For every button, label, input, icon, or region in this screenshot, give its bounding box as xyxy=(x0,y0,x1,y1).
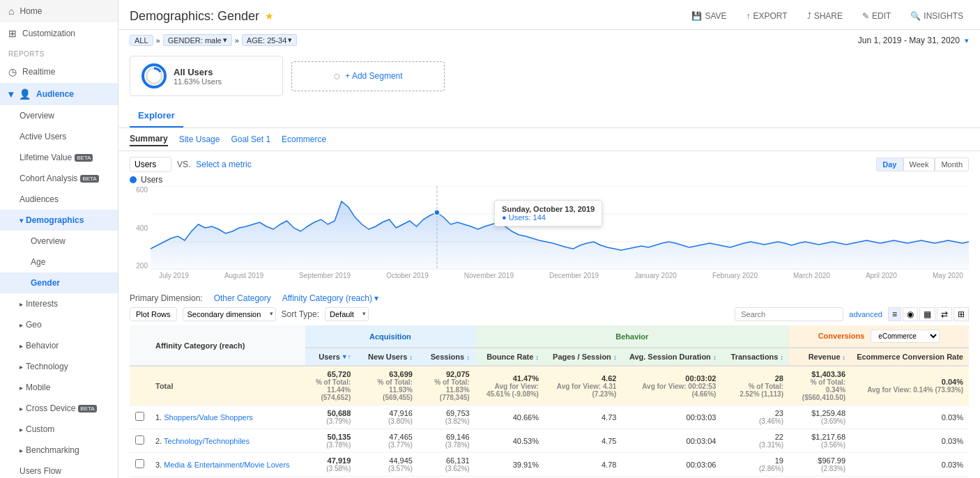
checkbox-header xyxy=(130,325,150,366)
affinity-link[interactable]: Shoppers/Value Shoppers xyxy=(164,413,253,422)
sidebar-item-technology[interactable]: ▸ Technology xyxy=(0,356,118,377)
week-button[interactable]: Week xyxy=(903,157,935,171)
other-category-link[interactable]: Other Category xyxy=(214,293,271,303)
beta-badge-cohort: BETA xyxy=(80,175,98,183)
insights-button[interactable]: 🔍 INSIGHTS xyxy=(905,8,969,24)
sidebar-item-overview[interactable]: Overview xyxy=(0,105,118,126)
date-range-display[interactable]: Jun 1, 2019 - May 31, 2020 ▾ xyxy=(858,36,969,45)
avg-session-col-header[interactable]: Avg. Session Duration ↕ xyxy=(622,348,721,366)
plot-rows-btn[interactable]: Plot Rows xyxy=(130,307,177,321)
users-col-header[interactable]: Users ▼↑ xyxy=(305,348,356,366)
table-view-btn[interactable]: ≡ xyxy=(888,307,901,321)
main-content: Demographics: Gender ★ 💾 SAVE ↑ EXPORT ⤴… xyxy=(118,0,980,478)
section-header-row: Affinity Category (reach) Acquisition Be… xyxy=(130,325,969,348)
y-axis: 600 400 200 xyxy=(130,186,151,270)
row-checkbox[interactable] xyxy=(135,412,144,421)
line-chart-svg xyxy=(151,186,969,270)
chart-legend: Users xyxy=(130,175,969,185)
affinity-category-link[interactable]: Affinity Category (reach) ▾ xyxy=(282,293,379,303)
sidebar-item-behavior[interactable]: ▸ Behavior xyxy=(0,335,118,356)
ecommerce-select[interactable]: eCommerce xyxy=(871,330,940,343)
sidebar-item-cohort-analysis[interactable]: Cohort Analysis BETA xyxy=(0,168,118,189)
segment-box: All Users 11.63% Users xyxy=(130,56,283,96)
date-range-chevron: ▾ xyxy=(965,36,969,45)
primary-dim-row: Primary Dimension: Other Category Affini… xyxy=(130,289,969,307)
sidebar-item-cross-device[interactable]: ▸ Cross Device BETA xyxy=(0,398,118,419)
table-row: 3. Media & Entertainment/Movie Lovers 47… xyxy=(130,453,969,477)
sidebar-item-dem-overview[interactable]: Overview xyxy=(0,231,118,252)
sub-tab-summary[interactable]: Summary xyxy=(130,132,168,146)
breadcrumb-gender[interactable]: GENDER: male ▾ xyxy=(163,34,232,46)
sidebar-item-geo[interactable]: ▸ Geo xyxy=(0,314,118,335)
ecomm-conv-col-header[interactable]: Ecommerce Conversion Rate xyxy=(851,348,969,366)
sidebar-item-dem-gender[interactable]: Gender xyxy=(0,272,118,293)
table-section: Primary Dimension: Other Category Affini… xyxy=(118,289,980,478)
revenue-col-header[interactable]: Revenue ↕ xyxy=(789,348,851,366)
sidebar-item-mobile[interactable]: ▸ Mobile xyxy=(0,377,118,398)
chart-controls: Users VS. Select a metric Day Week Month xyxy=(130,157,969,172)
sidebar-item-benchmarking[interactable]: ▸ Benchmarking xyxy=(0,440,118,461)
sidebar-item-active-users[interactable]: Active Users xyxy=(0,126,118,147)
pie-view-btn[interactable]: ◉ xyxy=(903,307,918,321)
edit-button[interactable]: ✎ EDIT xyxy=(857,8,896,24)
sidebar-item-realtime[interactable]: ◷ Realtime xyxy=(0,61,118,83)
pages-session-col-header[interactable]: Pages / Session ↕ xyxy=(544,348,622,366)
affinity-link[interactable]: Media & Entertainment/Movie Lovers xyxy=(164,461,289,469)
sidebar-item-home[interactable]: ⌂ Home xyxy=(0,0,118,22)
behavior-expand: ▸ xyxy=(20,342,23,350)
data-table: Affinity Category (reach) Acquisition Be… xyxy=(130,325,969,478)
customization-icon: ⊞ xyxy=(8,28,17,39)
metric-select[interactable]: Users xyxy=(130,157,171,172)
row-checkbox[interactable] xyxy=(135,435,144,445)
mobile-expand: ▸ xyxy=(20,384,23,392)
add-segment-btn[interactable]: ○ + Add Segment xyxy=(291,61,445,91)
sort-type-select[interactable]: Default xyxy=(325,307,369,321)
transactions-col-header[interactable]: Transactions ↕ xyxy=(721,348,789,366)
table-row: 2. Technology/Technophiles 50,135 (3.78%… xyxy=(130,429,969,453)
audience-icon: ▾ xyxy=(8,88,13,100)
beta-badge-lifetime: BETA xyxy=(75,154,93,162)
share-button[interactable]: ⤴ SHARE xyxy=(802,8,848,24)
expand-icon: ▾ xyxy=(20,217,23,224)
segment-circle xyxy=(141,63,167,88)
sidebar-item-customization[interactable]: ⊞ Customization xyxy=(0,22,118,45)
breadcrumb-all[interactable]: ALL xyxy=(130,35,153,46)
compare-view-btn[interactable]: ⇄ xyxy=(937,307,952,321)
page-title: Demographics: Gender ★ xyxy=(130,9,274,24)
table-search-input[interactable] xyxy=(735,307,843,321)
save-button[interactable]: 💾 SAVE xyxy=(686,8,732,24)
secondary-dim-select[interactable]: Secondary dimension xyxy=(183,307,276,321)
bar-view-btn[interactable]: ▦ xyxy=(919,307,935,321)
sidebar-item-users-flow[interactable]: Users Flow xyxy=(0,461,118,478)
sidebar-item-interests[interactable]: ▸ Interests xyxy=(0,293,118,314)
sidebar-item-custom[interactable]: ▸ Custom xyxy=(0,419,118,440)
new-users-col-header[interactable]: New Users ↕ xyxy=(356,348,418,366)
pivot-view-btn[interactable]: ⊞ xyxy=(954,307,969,321)
sidebar-item-audiences[interactable]: Audiences xyxy=(0,189,118,210)
bounce-rate-col-header[interactable]: Bounce Rate ↕ xyxy=(475,348,544,366)
sidebar-item-lifetime-value[interactable]: Lifetime Value BETA xyxy=(0,147,118,168)
sidebar-item-audience[interactable]: ▾ 👤 Audience xyxy=(0,83,118,105)
advanced-link[interactable]: advanced xyxy=(849,310,882,318)
svg-point-7 xyxy=(434,210,440,215)
affinity-col-header: Affinity Category (reach) xyxy=(150,325,305,366)
sub-tab-ecommerce[interactable]: Ecommerce xyxy=(282,133,326,146)
sidebar-item-dem-age[interactable]: Age xyxy=(0,252,118,272)
breadcrumb-age[interactable]: AGE: 25-34 ▾ xyxy=(242,34,297,46)
select-metric-link[interactable]: Select a metric xyxy=(196,160,251,169)
sub-tab-goal-set-1[interactable]: Goal Set 1 xyxy=(231,133,270,146)
sidebar-item-demographics[interactable]: ▾ Demographics xyxy=(0,210,118,231)
technology-expand: ▸ xyxy=(20,363,23,371)
sessions-col-header[interactable]: Sessions ↕ xyxy=(418,348,475,366)
row-checkbox-cell xyxy=(130,406,150,429)
month-button[interactable]: Month xyxy=(935,157,969,171)
row-num-name: 2. Technology/Technophiles xyxy=(150,429,305,453)
row-checkbox[interactable] xyxy=(135,459,144,468)
affinity-link[interactable]: Technology/Technophiles xyxy=(164,437,250,445)
reports-section-label: REPORTS xyxy=(0,45,118,61)
export-button[interactable]: ↑ EXPORT xyxy=(741,8,793,24)
totals-row: Total 65,720 % of Total: 11.44% (574,652… xyxy=(130,366,969,406)
tab-explorer[interactable]: Explorer xyxy=(130,105,183,128)
day-button[interactable]: Day xyxy=(876,157,903,171)
sub-tab-site-usage[interactable]: Site Usage xyxy=(179,133,220,146)
